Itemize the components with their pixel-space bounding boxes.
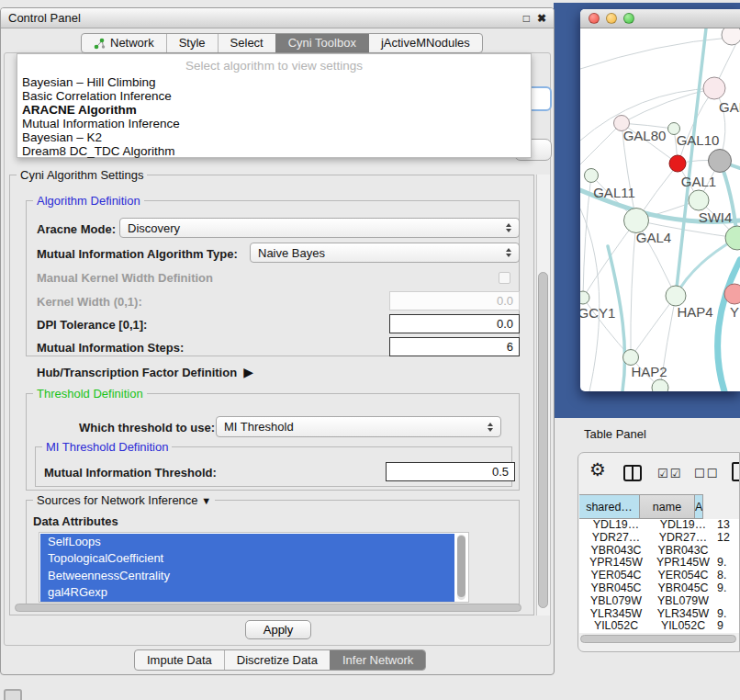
hub-definition-expander[interactable]: Hub/Transcription Factor Definition ▶ [37, 365, 253, 379]
algorithm-option[interactable]: Basic Correlation Inference [17, 90, 531, 104]
network-node[interactable] [580, 291, 589, 304]
table-row[interactable]: YIL052C YIL052C 9 [579, 620, 740, 633]
table-row[interactable]: YLR345W YLR345W 9. [579, 608, 740, 621]
columns-icon[interactable] [623, 465, 642, 481]
tab[interactable]: Infer Network [330, 650, 425, 670]
network-node[interactable] [722, 28, 740, 45]
close-traffic-light[interactable] [589, 13, 600, 24]
settings-horizontal-scrollbar[interactable] [15, 604, 521, 612]
table-row[interactable]: YER054C YER054C 8. [579, 570, 740, 582]
which-threshold-select[interactable]: MI Threshold [216, 416, 501, 437]
tab-label: Select [230, 34, 263, 52]
table-cell: 9 [713, 620, 740, 633]
table-cell: YIL052C [653, 620, 713, 633]
network-node[interactable] [724, 284, 740, 304]
mi-type-select[interactable]: Naive Bayes [250, 243, 520, 263]
algorithm-dropdown[interactable]: Select algorithm to view settings Bayesi… [17, 53, 532, 158]
algorithm-option[interactable]: Mutual Information Inference [17, 118, 531, 131]
table-cell: 13 [713, 519, 740, 532]
network-node[interactable] [652, 379, 668, 391]
table-cell: YDR27… [653, 532, 713, 545]
network-window-titlebar[interactable] [580, 9, 740, 28]
table-cell: YBR045C [579, 582, 653, 595]
aracne-mode-select[interactable]: Discovery [119, 218, 520, 238]
kernel-width-field[interactable]: 0.0 [389, 291, 520, 310]
mi-steps-field[interactable]: 6 [389, 337, 520, 356]
tab-label: Style [179, 34, 206, 52]
algorithm-option[interactable]: ARACNE Algorithm [17, 104, 531, 118]
table-cell: YLR345W [579, 608, 653, 621]
network-node[interactable] [703, 77, 725, 99]
table-row[interactable]: YPR145W YPR145W 9. [579, 557, 740, 570]
network-node-label: GCY1 [580, 305, 615, 321]
algorithm-option[interactable]: Dream8 DC_TDC Algorithm [17, 145, 531, 159]
tab[interactable]: Discretize Data [224, 650, 330, 670]
settings-vertical-scrollbar-thumb[interactable] [538, 272, 548, 608]
manual-kernel-checkbox[interactable] [499, 272, 510, 284]
attribute-item[interactable]: TopologicalCoefficient [40, 550, 454, 567]
network-tab-icon [94, 38, 106, 50]
zoom-traffic-light[interactable] [623, 13, 634, 24]
which-threshold-label: Which threshold to use: [79, 421, 215, 435]
table-row[interactable]: YDL19… YDL19… 13 [579, 519, 740, 532]
attribute-item[interactable]: BetweennessCentrality [40, 568, 454, 584]
tab[interactable]: Cyni Toolbox [275, 34, 368, 52]
cyni-algorithm-settings-legend: Cyni Algorithm Settings [17, 168, 147, 182]
network-node[interactable] [725, 226, 740, 250]
mi-steps-label: Mutual Information Steps: [37, 341, 184, 355]
table-row[interactable]: YBR045C YBR045C 9. [579, 582, 740, 595]
algorithm-option[interactable]: Bayesian – K2 [17, 131, 531, 145]
table-cell: YPR145W [653, 557, 713, 570]
dpi-tolerance-field[interactable]: 0.0 [389, 314, 520, 333]
table-cell: YDL19… [579, 519, 653, 532]
minimize-traffic-light[interactable] [606, 13, 617, 24]
list-scrollbar-thumb[interactable] [457, 536, 465, 597]
tab[interactable]: jActiveMNodules [368, 34, 482, 52]
tab-label: Infer Network [342, 651, 413, 670]
tab[interactable]: Network [82, 34, 166, 52]
table-horizontal-scrollbar[interactable] [580, 635, 736, 643]
aracne-mode-value: Discovery [128, 221, 180, 235]
tab[interactable]: Style [166, 34, 218, 52]
control-panel-tabs: Network Style Select Cyni Toolbox jActiv… [81, 33, 483, 53]
dpi-tolerance-label: DPI Tolerance [0,1]: [37, 318, 147, 332]
network-node[interactable] [666, 286, 686, 306]
tab[interactable]: Impute Data [135, 650, 224, 670]
unselect-all-columns-icon[interactable]: ☐☐ [694, 467, 719, 480]
mi-threshold-field[interactable]: 0.5 [386, 462, 515, 481]
network-window: GALGAL80GAL10GAL1GAL11SWI4GAL4GCY1HAP4YH… [580, 9, 740, 391]
tab[interactable]: Select [218, 34, 275, 52]
control-panel-titlebar[interactable]: Control Panel □ ✖ [1, 8, 554, 28]
table-cell: 12 [713, 532, 740, 545]
gear-icon[interactable]: ⚙ [589, 460, 606, 479]
list-scrollbar[interactable] [457, 535, 465, 600]
attribute-item[interactable]: SelfLoops [40, 534, 454, 550]
apply-button[interactable]: Apply [245, 620, 311, 639]
column-header[interactable]: A [695, 494, 703, 519]
minimized-panel-icon[interactable] [4, 689, 22, 700]
network-node[interactable] [623, 350, 639, 366]
table-row[interactable]: YDR27… YDR27… 12 [579, 532, 740, 545]
data-attributes-label: Data Attributes [33, 514, 118, 528]
close-icon[interactable]: ✖ [537, 13, 546, 24]
network-node-label: GAL11 [593, 185, 635, 200]
new-table-icon[interactable] [732, 462, 740, 481]
network-edge [718, 260, 740, 391]
network-node[interactable] [709, 150, 732, 173]
network-node[interactable] [689, 190, 709, 210]
column-header[interactable]: name [640, 494, 695, 519]
float-window-icon[interactable]: □ [523, 13, 530, 24]
table-row[interactable]: YBR043C YBR043C [579, 545, 740, 558]
network-node-label: GAL4 [636, 230, 671, 245]
select-all-columns-icon[interactable]: ☑☑ [657, 467, 682, 480]
network-node[interactable] [585, 169, 599, 183]
data-attributes-items: SelfLoopsTopologicalCoefficientBetweenne… [40, 534, 454, 602]
sources-legend[interactable]: Sources for Network Inference ▼ [33, 493, 215, 507]
network-svg[interactable]: GALGAL80GAL10GAL1GAL11SWI4GAL4GCY1HAP4YH… [580, 28, 740, 391]
table-row[interactable]: YBL079W YBL079W [579, 595, 740, 608]
column-header[interactable]: shared… [579, 494, 640, 519]
attribute-item[interactable]: gal4RGexp [40, 584, 454, 601]
tab-label: jActiveMNodules [381, 34, 470, 52]
network-node[interactable] [669, 155, 686, 172]
algorithm-option[interactable]: Bayesian – Hill Climbing [17, 76, 531, 90]
